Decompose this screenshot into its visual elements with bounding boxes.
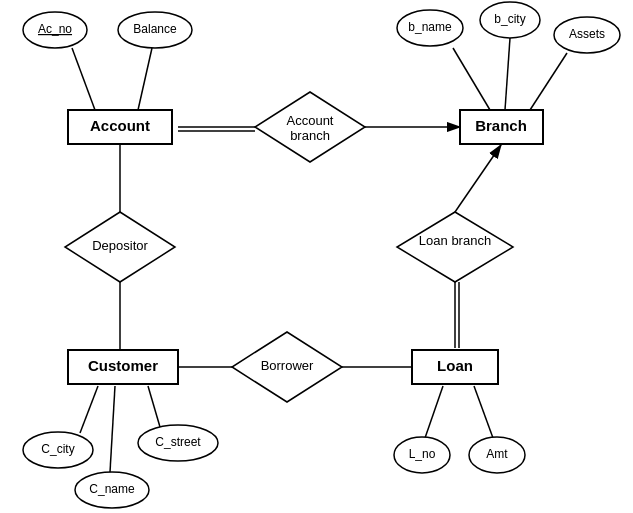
rel-account-branch-label: Account — [287, 113, 334, 128]
rel-depositor-label: Depositor — [92, 238, 148, 253]
entity-account-label: Account — [90, 117, 150, 134]
attr-cname-label: C_name — [89, 482, 135, 496]
line-acno-account — [72, 48, 95, 110]
entity-loan-label: Loan — [437, 357, 473, 374]
attr-acno-label: Ac_no — [38, 22, 72, 36]
attr-assets-label: Assets — [569, 27, 605, 41]
attr-bname-label: b_name — [408, 20, 452, 34]
line-bcity-branch — [505, 38, 510, 110]
line-lno-loan — [425, 386, 443, 438]
attr-balance-label: Balance — [133, 22, 177, 36]
line-balance-account — [138, 48, 152, 110]
line-loanbranch-branch — [455, 145, 501, 212]
line-ccity-customer — [80, 386, 98, 433]
attr-lno-label: L_no — [409, 447, 436, 461]
line-amt-loan — [474, 386, 493, 438]
er-diagram: Account branch Depositor Loan branch Bor… — [0, 0, 633, 513]
entity-branch-label: Branch — [475, 117, 527, 134]
line-assets-branch — [530, 53, 567, 110]
attr-ccity-label: C_city — [41, 442, 74, 456]
attr-amt-label: Amt — [486, 447, 508, 461]
attr-cstreet-label: C_street — [155, 435, 201, 449]
line-bname-branch — [453, 48, 490, 110]
line-cstreet-customer — [148, 386, 160, 427]
rel-borrower-label: Borrower — [261, 358, 314, 373]
entity-customer-label: Customer — [88, 357, 158, 374]
line-cname-customer — [110, 386, 115, 472]
attr-bcity-label: b_city — [494, 12, 525, 26]
rel-account-branch-label2: branch — [290, 128, 330, 143]
rel-loan-branch-label: Loan branch — [419, 233, 491, 248]
